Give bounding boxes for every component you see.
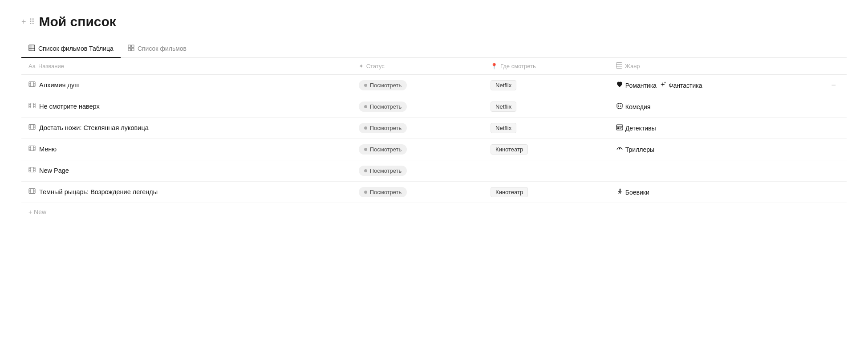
- col-header-where: 📍 Где смотреть: [483, 58, 609, 75]
- genre-icon-0: [616, 124, 623, 133]
- row-0-action-cell: −: [820, 75, 847, 96]
- row-1-title-cell[interactable]: Не смотрите наверх: [21, 96, 352, 118]
- svg-rect-8: [616, 63, 622, 69]
- row-5-where-cell[interactable]: Кинотеатр: [483, 182, 609, 203]
- row-1-where-cell[interactable]: Netflix: [483, 96, 609, 118]
- add-new-row[interactable]: + New: [21, 203, 847, 221]
- movie-title: Достать ножи: Стеклянная луковица: [39, 123, 149, 132]
- genre-item-0: Боевики: [616, 188, 649, 197]
- row-4-genre-cell[interactable]: [609, 160, 821, 182]
- row-3-genre-cell[interactable]: Триллеры: [609, 139, 821, 160]
- genre-item-0: Детективы: [616, 124, 656, 133]
- row-1-genre-cell[interactable]: Комедия: [609, 96, 821, 118]
- drag-icon[interactable]: ⠿: [29, 17, 35, 27]
- row-5-genre-cell[interactable]: Боевики: [609, 182, 821, 203]
- col-header-name: Aa Название: [21, 58, 352, 75]
- page-header: + ⠿ Мой список: [21, 14, 847, 29]
- tab-gallery[interactable]: Список фильмов: [121, 40, 194, 58]
- film-icon: [28, 187, 36, 196]
- col-header-action: [820, 58, 847, 75]
- new-row-label: + New: [28, 208, 46, 216]
- row-3-where-cell[interactable]: Кинотеатр: [483, 139, 609, 160]
- header-controls: + ⠿: [21, 17, 35, 27]
- svg-point-26: [618, 105, 619, 106]
- status-dot: [364, 169, 367, 172]
- row-0-where-cell[interactable]: Netflix: [483, 75, 609, 96]
- table-row: Не смотрите наверх Посмотреть Netflix Ко…: [21, 96, 847, 118]
- col-status-label: Статус: [366, 63, 385, 69]
- tab-gallery-label: Список фильмов: [138, 45, 187, 52]
- row-0-title-cell[interactable]: Алхимия душ: [21, 75, 352, 96]
- row-2-genre-cell[interactable]: Детективы: [609, 118, 821, 139]
- status-label: Посмотреть: [370, 146, 402, 153]
- status-badge[interactable]: Посмотреть: [359, 80, 407, 90]
- film-icon: [28, 102, 36, 111]
- row-4-title-cell[interactable]: New Page: [21, 160, 352, 182]
- row-remove-button[interactable]: −: [827, 81, 840, 90]
- genre-label-0: Детективы: [625, 125, 656, 132]
- where-badge[interactable]: Netflix: [491, 102, 516, 112]
- col-header-genre: Жанр: [609, 58, 821, 75]
- where-badge[interactable]: Netflix: [491, 80, 516, 90]
- svg-rect-28: [29, 125, 35, 130]
- status-badge[interactable]: Посмотреть: [359, 187, 407, 197]
- tab-table[interactable]: Список фильмов Таблица: [21, 40, 121, 58]
- svg-rect-6: [128, 49, 131, 51]
- row-5-title-cell[interactable]: Темный рыцарь: Возрождение легенды: [21, 182, 352, 203]
- status-badge[interactable]: Посмотреть: [359, 144, 407, 155]
- row-3-action-cell: [820, 139, 847, 160]
- row-1-action-cell: [820, 96, 847, 118]
- row-2-title-cell[interactable]: Достать ножи: Стеклянная луковица: [21, 118, 352, 139]
- row-4-status-cell[interactable]: Посмотреть: [352, 160, 483, 182]
- col-where-label: Где смотреть: [500, 63, 536, 69]
- genre-icon-1: [659, 81, 666, 90]
- genre-icon-0: [616, 145, 623, 154]
- col-name-label: Название: [38, 63, 64, 69]
- genre-label-0: Боевики: [625, 189, 649, 196]
- status-badge[interactable]: Посмотреть: [359, 102, 407, 112]
- genre-item-0: Романтика: [616, 81, 657, 90]
- row-1-status-cell[interactable]: Посмотреть: [352, 96, 483, 118]
- tabs-bar: Список фильмов Таблица Список фильмов: [21, 40, 847, 58]
- status-label: Посмотреть: [370, 103, 402, 110]
- svg-line-38: [618, 128, 619, 129]
- table-row: Темный рыцарь: Возрождение легенды Посмо…: [21, 182, 847, 203]
- genre-label-0: Комедия: [625, 103, 651, 110]
- col-status-icon: ✦: [359, 63, 364, 69]
- row-0-status-cell[interactable]: Посмотреть: [352, 75, 483, 96]
- film-icon: [28, 166, 36, 175]
- where-badge[interactable]: Netflix: [491, 123, 516, 133]
- svg-rect-41: [29, 146, 35, 151]
- genre-label-1: Фантастика: [669, 82, 702, 89]
- status-dot: [364, 191, 367, 194]
- row-2-status-cell[interactable]: Посмотреть: [352, 118, 483, 139]
- film-icon: [28, 145, 36, 154]
- main-table-wrapper: Aa Название ✦ Статус 📍 Где смотре: [21, 58, 847, 221]
- status-badge[interactable]: Посмотреть: [359, 123, 407, 133]
- col-name-icon: Aa: [28, 63, 36, 69]
- svg-point-27: [620, 105, 621, 106]
- svg-rect-4: [128, 45, 131, 48]
- tab-table-label: Список фильмов Таблица: [38, 45, 114, 52]
- page-container: + ⠿ Мой список Список фильмов Таблица: [0, 0, 868, 242]
- row-5-status-cell[interactable]: Посмотреть: [352, 182, 483, 203]
- add-icon[interactable]: +: [21, 17, 26, 27]
- status-dot: [364, 126, 367, 130]
- status-badge[interactable]: Посмотреть: [359, 166, 407, 176]
- row-3-title-cell[interactable]: Меню: [21, 139, 352, 160]
- genre-label-0: Романтика: [625, 82, 657, 89]
- row-2-where-cell[interactable]: Netflix: [483, 118, 609, 139]
- row-3-status-cell[interactable]: Посмотреть: [352, 139, 483, 160]
- svg-rect-12: [29, 82, 35, 87]
- where-badge[interactable]: Кинотеатр: [491, 144, 528, 155]
- tab-gallery-icon: [128, 45, 134, 53]
- status-label: Посмотреть: [370, 82, 402, 89]
- film-icon: [28, 81, 36, 90]
- row-4-where-cell[interactable]: [483, 160, 609, 182]
- row-0-genre-cell[interactable]: Романтика Фантастика: [609, 75, 821, 96]
- where-badge[interactable]: Кинотеатр: [491, 187, 528, 197]
- svg-point-48: [619, 148, 620, 149]
- genre-icon-0: [616, 102, 623, 111]
- svg-rect-0: [29, 45, 35, 51]
- genre-icon-0: [616, 81, 623, 90]
